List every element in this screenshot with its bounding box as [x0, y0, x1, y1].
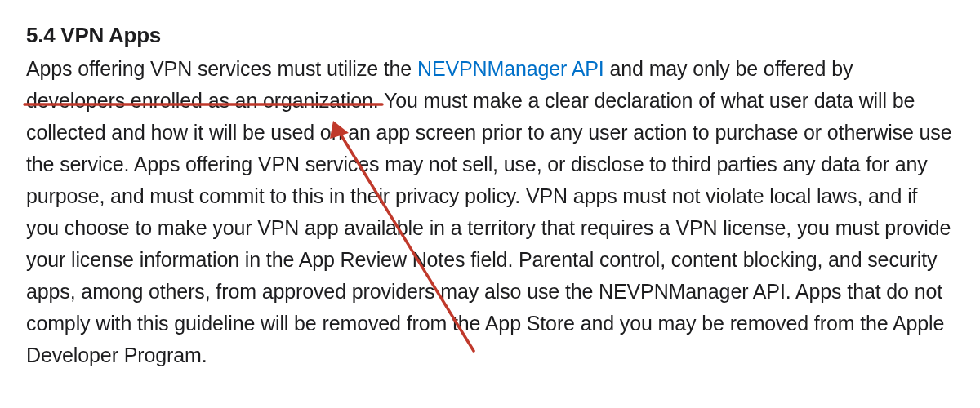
section-heading: 5.4 VPN Apps: [26, 23, 954, 48]
nevpnmanager-api-link[interactable]: NEVPNManager API: [417, 57, 604, 80]
body-text-before-link: Apps offering VPN services must utilize …: [26, 57, 417, 80]
body-text-after-link: and may only be offered by developers en…: [26, 57, 952, 366]
section-body: Apps offering VPN services must utilize …: [26, 53, 954, 371]
